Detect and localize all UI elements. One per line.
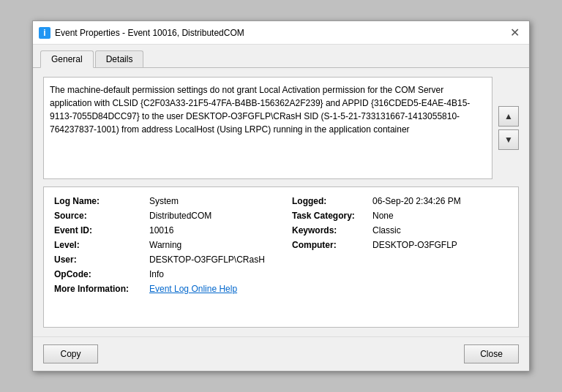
bottom-bar: Copy Close [33, 336, 529, 371]
details-grid: Log Name: System Logged: 06-Sep-20 2:34:… [54, 196, 508, 294]
window-title: Event Properties - Event 10016, Distribu… [55, 28, 244, 38]
close-button[interactable]: Close [464, 344, 519, 363]
scroll-up-button[interactable]: ▲ [498, 106, 519, 127]
task-category-label: Task Category: [292, 211, 365, 221]
opcode-label: OpCode: [54, 269, 142, 279]
logged-value: 06-Sep-20 2:34:26 PM [372, 196, 508, 206]
copy-button[interactable]: Copy [43, 344, 98, 363]
opcode-value: Info [149, 269, 508, 279]
content-area: The machine-default permission settings … [33, 68, 529, 336]
event-properties-dialog: i Event Properties - Event 10016, Distri… [32, 20, 530, 372]
title-bar: i Event Properties - Event 10016, Distri… [33, 21, 529, 45]
event-text-content: The machine-default permission settings … [50, 85, 470, 135]
source-label: Source: [54, 211, 142, 221]
keywords-value: Classic [372, 225, 508, 235]
level-label: Level: [54, 240, 142, 250]
user-value: DESKTOP-O3FGFLP\CRasH [149, 255, 508, 265]
level-value: Warning [149, 240, 285, 250]
event-id-label: Event ID: [54, 225, 142, 235]
event-id-value: 10016 [149, 225, 285, 235]
scroll-down-button[interactable]: ▼ [498, 129, 519, 150]
tab-details[interactable]: Details [95, 50, 144, 67]
tab-general[interactable]: General [40, 50, 94, 68]
keywords-label: Keywords: [292, 225, 365, 235]
details-section: Log Name: System Logged: 06-Sep-20 2:34:… [43, 186, 519, 328]
computer-label: Computer: [292, 240, 365, 250]
computer-value: DESKTOP-O3FGFLP [372, 240, 508, 250]
event-icon: i [39, 27, 50, 39]
log-name-label: Log Name: [54, 196, 142, 206]
logged-label: Logged: [292, 196, 365, 206]
more-info-label: More Information: [54, 284, 142, 294]
user-label: User: [54, 255, 142, 265]
event-log-online-help-link[interactable]: Event Log Online Help [149, 284, 508, 294]
title-bar-left: i Event Properties - Event 10016, Distri… [39, 27, 244, 39]
window-close-button[interactable]: ✕ [506, 24, 523, 42]
scroll-arrows: ▲ ▼ [498, 77, 519, 179]
tabs-bar: General Details [33, 45, 529, 68]
log-name-value: System [149, 196, 285, 206]
source-value: DistributedCOM [149, 211, 285, 221]
task-category-value: None [372, 211, 508, 221]
event-text-box[interactable]: The machine-default permission settings … [43, 77, 492, 179]
